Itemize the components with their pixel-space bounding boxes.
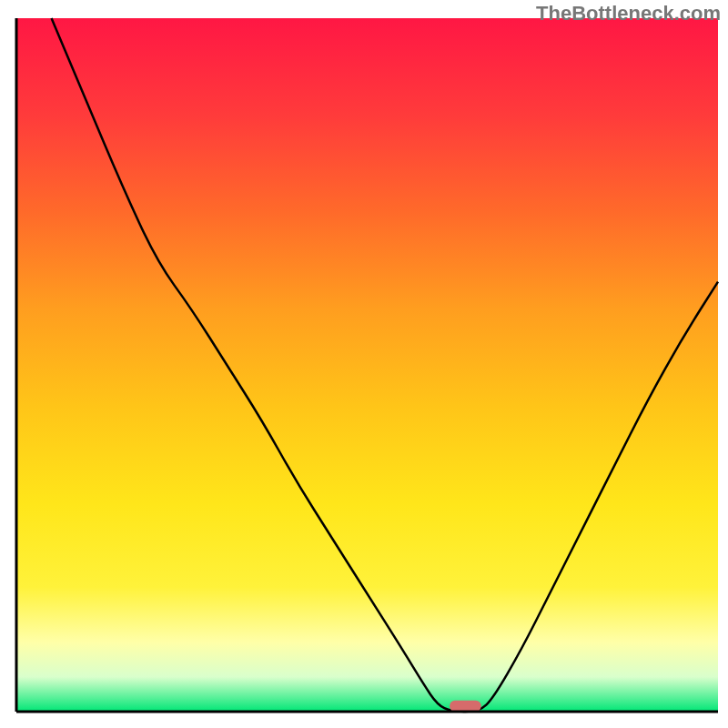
bottleneck-chart	[0, 0, 728, 728]
chart-container: TheBottleneck.com	[0, 0, 728, 728]
optimal-marker	[450, 701, 481, 712]
plot-background	[16, 18, 718, 712]
watermark-text: TheBottleneck.com	[536, 2, 721, 25]
